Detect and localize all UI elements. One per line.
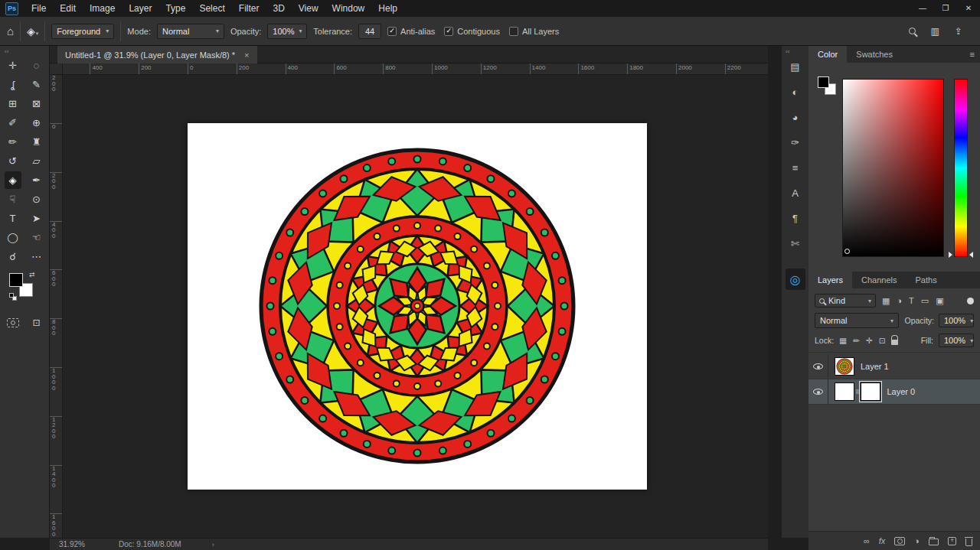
workspace-icon[interactable]: ▥ (931, 26, 939, 37)
new-layer-icon[interactable] (948, 537, 956, 545)
tolerance-input[interactable]: 44 (358, 24, 381, 39)
tab-swatches[interactable]: Swatches (847, 46, 902, 63)
tab-close-icon[interactable]: × (244, 50, 249, 60)
menu-3d[interactable]: 3D (266, 0, 291, 17)
path-selection-tool[interactable]: ➤ (28, 210, 45, 227)
quick-mask-button[interactable] (7, 318, 19, 327)
color-picker-marker[interactable] (844, 249, 850, 254)
filter-shape-layers-icon[interactable]: ▭ (921, 294, 929, 308)
layer-effects-icon[interactable]: fx (879, 536, 886, 545)
mask-link-icon[interactable]: ∞ (854, 389, 861, 394)
menu-file[interactable]: File (24, 0, 53, 17)
checkbox-anti-alias[interactable]: ✓Anti-alias (387, 27, 435, 36)
blend-mode-select[interactable]: Normal ▾ (815, 313, 899, 328)
lock-image-pixels-icon[interactable]: ✏ (853, 336, 860, 345)
pen-tool[interactable]: ✒ (28, 171, 45, 189)
hue-slider-marker[interactable] (969, 252, 973, 258)
tab-channels[interactable]: Channels (852, 272, 906, 288)
menu-edit[interactable]: Edit (53, 0, 83, 17)
canvas-viewport[interactable] (63, 75, 768, 538)
frame-tool[interactable]: ⊠ (28, 95, 45, 112)
new-group-icon[interactable] (929, 536, 939, 545)
layer-filter-toggle[interactable] (967, 298, 974, 304)
filter-pixel-layers-icon[interactable]: ▦ (882, 294, 890, 308)
fill-select[interactable]: 100% ▾ (939, 334, 974, 347)
crop-tool[interactable]: ⊞ (5, 95, 21, 112)
opacity-select[interactable]: 100% ▾ (267, 24, 307, 39)
layer-visibility-toggle[interactable] (808, 354, 828, 379)
add-layer-mask-icon[interactable] (894, 537, 905, 545)
paint-bucket-tool[interactable]: ◈ (5, 171, 21, 189)
menu-select[interactable]: Select (192, 0, 231, 17)
clone-stamp-tool[interactable]: ♜ (28, 133, 45, 151)
foreground-color-swatch[interactable] (9, 273, 23, 287)
share-icon[interactable]: ⇪ (955, 26, 962, 37)
document-canvas[interactable] (188, 123, 647, 490)
lock-transparent-pixels-icon[interactable]: ▦ (839, 336, 847, 345)
menu-layer[interactable]: Layer (122, 0, 158, 17)
eyedropper-tool[interactable]: ✐ (5, 114, 21, 132)
delete-layer-icon[interactable] (965, 536, 972, 546)
horizontal-ruler[interactable]: 4002000200400600800100012001400160018002… (63, 63, 768, 75)
new-adjustment-layer-icon[interactable]: ◑ (914, 536, 920, 545)
menu-view[interactable]: View (292, 0, 325, 17)
fill-source-select[interactable]: Foreground ▾ (51, 24, 114, 39)
swap-colors-icon[interactable]: ⇄ (29, 271, 35, 278)
layer-mask-thumbnail[interactable] (861, 382, 880, 401)
history-brush-tool[interactable]: ↺ (5, 152, 21, 170)
tab-layers[interactable]: Layers (808, 272, 852, 288)
close-button[interactable]: ✕ (957, 0, 980, 17)
more-tools[interactable]: ⋯ (28, 248, 45, 265)
hue-slider-marker[interactable] (949, 252, 952, 258)
layer-visibility-toggle[interactable] (808, 379, 828, 404)
layer-thumbnail[interactable] (835, 382, 854, 401)
brush-settings-panel-icon[interactable]: ✑ (786, 133, 805, 151)
quick-selection-tool[interactable]: ✎ (28, 76, 45, 93)
paragraph-panel-icon[interactable]: ¶ (786, 209, 805, 227)
menu-help[interactable]: Help (371, 0, 404, 17)
layer-thumbnail[interactable] (835, 357, 854, 376)
status-chevron-icon[interactable]: › (212, 541, 214, 548)
adjustments-panel-icon[interactable]: ◐ (786, 83, 805, 101)
tab-color[interactable]: Color (808, 46, 847, 63)
hue-slider[interactable] (954, 79, 968, 257)
strip-collapse-icon[interactable]: ‹‹ (782, 48, 789, 55)
dodge-tool[interactable]: ⊙ (28, 190, 45, 208)
lasso-tool[interactable]: ʆ (5, 76, 21, 93)
tab-paths[interactable]: Paths (906, 272, 946, 288)
layer-filter-kind-select[interactable]: Kind ▾ (815, 294, 876, 308)
brush-tool[interactable]: ✏ (5, 133, 21, 151)
lock-all-icon[interactable] (891, 340, 898, 345)
marquee-tool[interactable]: ◌ (28, 57, 45, 74)
shape-tool[interactable]: ◯ (5, 229, 21, 246)
zoom-tool[interactable]: ☌ (5, 248, 21, 265)
menu-filter[interactable]: Filter (232, 0, 266, 17)
saturation-brightness-field[interactable] (842, 79, 944, 257)
ruler-origin-box[interactable] (50, 63, 63, 75)
panel-menu-icon[interactable]: ≡ (970, 46, 980, 63)
zoom-level-field[interactable]: 31.92% (59, 540, 105, 548)
paint-bucket-preset-icon[interactable]: ◈▾ (27, 25, 38, 37)
properties-panel-icon[interactable]: ▤ (786, 57, 805, 76)
document-tab[interactable]: Untitled-1 @ 31.9% (Layer 0, Layer Mask/… (57, 46, 257, 63)
glyphs-panel-icon[interactable]: ✄ (786, 234, 805, 252)
character-panel-icon[interactable]: A (786, 184, 805, 202)
checkbox-all-layers[interactable]: All Layers (509, 27, 559, 36)
libraries-panel-icon[interactable]: ◎ (786, 268, 805, 290)
lock-artboard-icon[interactable]: ⊡ (879, 336, 886, 345)
layer-row-layer-1[interactable]: Layer 1 (808, 354, 980, 379)
restore-button[interactable]: ❐ (934, 0, 957, 17)
smudge-tool[interactable]: ☟ (5, 190, 21, 208)
minimize-button[interactable]: — (911, 0, 934, 17)
default-colors-icon[interactable] (9, 293, 18, 302)
brushes-panel-icon[interactable]: ≡ (786, 158, 805, 177)
layers-opacity-select[interactable]: 100% ▾ (939, 314, 974, 327)
filter-type-layers-icon[interactable]: T (909, 294, 914, 308)
menu-type[interactable]: Type (158, 0, 192, 17)
hand-tool[interactable]: ☜ (28, 229, 45, 246)
link-layers-icon[interactable]: ∞ (864, 536, 870, 545)
home-icon[interactable]: ⌂ (7, 24, 14, 37)
menu-window[interactable]: Window (325, 0, 372, 17)
move-tool[interactable]: ✛ (5, 57, 21, 74)
type-tool[interactable]: T (5, 210, 21, 227)
